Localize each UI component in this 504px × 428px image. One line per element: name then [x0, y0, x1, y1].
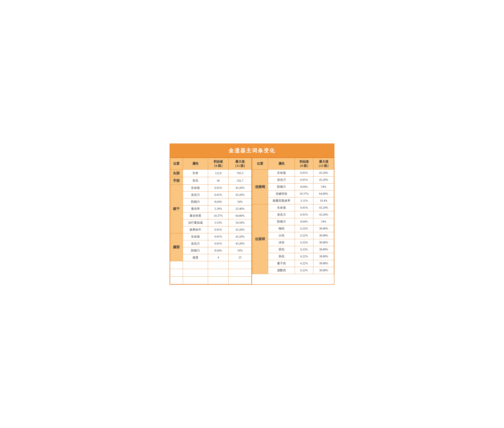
- init-val-cell: 6.22%: [295, 253, 313, 260]
- init-val-cell: 5.53%: [208, 219, 229, 226]
- init-val-cell: 5.18%: [208, 205, 229, 212]
- left-col-position: 位置: [170, 158, 183, 169]
- left-col-init: 初始值（0 级）: [208, 158, 229, 169]
- attr-cell: 生命: [183, 169, 208, 177]
- attr-cell: 防御力: [268, 218, 295, 225]
- max-val-cell: 54%: [313, 218, 334, 225]
- init-val-cell: 8.64%: [295, 218, 313, 225]
- attr-cell: 暴击率: [183, 205, 208, 212]
- empty-row: [170, 269, 252, 276]
- attr-cell: 生命值: [268, 169, 295, 176]
- right-col-position: 位置: [252, 158, 268, 169]
- main-container: 金遗器主词条变化 位置 属性 初始值（0 级） 最大值（15 级） 头部生命11…: [170, 144, 334, 285]
- attr-cell: 火伤: [268, 232, 295, 239]
- page-title: 金遗器主词条变化: [170, 144, 334, 157]
- left-table: 位置 属性 初始值（0 级） 最大值（15 级） 头部生命112.8705.5手…: [170, 158, 252, 284]
- attr-cell: 生命值: [183, 184, 208, 191]
- max-val-cell: 64.80%: [313, 190, 334, 197]
- table-row: 位面球生命值6.91%43.20%: [252, 204, 334, 211]
- max-val-cell: 43.20%: [313, 169, 334, 176]
- init-val-cell: 6.91%: [295, 211, 313, 218]
- attr-cell: 攻击力: [268, 211, 295, 218]
- position-cell: 头部: [170, 169, 183, 177]
- init-val-cell: 6.22%: [295, 267, 313, 274]
- max-val-cell: 54%: [313, 183, 334, 190]
- position-cell: 位面球: [252, 204, 268, 274]
- position-cell: 躯干: [170, 184, 183, 233]
- init-val-cell: 6.91%: [208, 226, 229, 233]
- table-row: 躯干生命值6.91%43.20%: [170, 184, 252, 191]
- attr-cell: 虚数伤: [268, 267, 295, 274]
- init-val-cell: 6.91%: [208, 191, 229, 198]
- max-val-cell: 38.88%: [313, 267, 334, 274]
- max-val-cell: 43.20%: [229, 184, 252, 191]
- left-col-attr: 属性: [183, 158, 208, 169]
- init-val-cell: 6.91%: [295, 176, 313, 183]
- max-val-cell: 38.88%: [313, 253, 334, 260]
- max-val-cell: 32.40%: [229, 205, 252, 212]
- max-val-cell: 43.20%: [229, 226, 252, 233]
- attr-cell: 生命值: [183, 233, 208, 240]
- init-val-cell: 56: [208, 177, 229, 184]
- init-val-cell: 10.37%: [295, 190, 313, 197]
- table-row: 连接绳生命值6.91%43.20%: [252, 169, 334, 176]
- init-val-cell: 6.22%: [295, 239, 313, 246]
- init-val-cell: 6.22%: [295, 246, 313, 253]
- attr-cell: 物伤: [268, 225, 295, 232]
- attr-cell: 风伤: [268, 253, 295, 260]
- empty-row: [170, 261, 252, 269]
- right-col-max: 最大值（15 级）: [313, 158, 334, 169]
- position-cell: 连接绳: [252, 169, 268, 204]
- init-val-cell: 6.91%: [208, 233, 229, 240]
- attr-cell: 暴击伤害: [183, 212, 208, 219]
- max-val-cell: 38.88%: [313, 239, 334, 246]
- init-val-cell: 3.11%: [295, 197, 313, 204]
- init-val-cell: 8.64%: [295, 183, 313, 190]
- attr-cell: 防御力: [268, 183, 295, 190]
- max-val-cell: 43.20%: [313, 176, 334, 183]
- attr-cell: 能量回复效率: [268, 197, 295, 204]
- max-val-cell: 38.88%: [313, 260, 334, 267]
- left-col-max: 最大值（15 级）: [229, 158, 252, 169]
- init-val-cell: 6.91%: [208, 184, 229, 191]
- init-val-cell: 8.64%: [208, 247, 229, 254]
- init-val-cell: 4: [208, 254, 229, 261]
- table-row: 头部生命112.8705.5: [170, 169, 252, 177]
- attr-cell: 速度: [183, 254, 208, 261]
- init-val-cell: 8.64%: [208, 198, 229, 205]
- init-val-cell: 6.91%: [295, 169, 313, 176]
- attr-cell: 攻击力: [183, 191, 208, 198]
- max-val-cell: 25: [229, 254, 252, 261]
- position-cell: 腿部: [170, 233, 183, 261]
- init-val-cell: 112.8: [208, 169, 229, 177]
- attr-cell: 效果命中: [183, 226, 208, 233]
- max-val-cell: 43.20%: [229, 240, 252, 247]
- init-val-cell: 10.37%: [208, 212, 229, 219]
- max-val-cell: 43.20%: [313, 204, 334, 211]
- table-row: 腿部生命值6.91%43.20%: [170, 233, 252, 240]
- empty-row: [170, 276, 252, 284]
- max-val-cell: 38.88%: [313, 246, 334, 253]
- attr-cell: 击破特攻: [268, 190, 295, 197]
- max-val-cell: 19.4%: [313, 197, 334, 204]
- content-area: 位置 属性 初始值（0 级） 最大值（15 级） 头部生命112.8705.5手…: [170, 157, 334, 284]
- attr-cell: 治疗量加成: [183, 219, 208, 226]
- right-header-row: 位置 属性 初始值（0 级） 最大值（15 级）: [252, 158, 334, 169]
- right-col-attr: 属性: [268, 158, 295, 169]
- attr-cell: 攻击: [183, 177, 208, 184]
- max-val-cell: 43.20%: [229, 191, 252, 198]
- attr-cell: 量子伤: [268, 260, 295, 267]
- attr-cell: 防御力: [183, 198, 208, 205]
- right-table: 位置 属性 初始值（0 级） 最大值（15 级） 连接绳生命值6.91%43.2…: [252, 158, 334, 284]
- attr-cell: 冰伤: [268, 239, 295, 246]
- attr-cell: 雷伤: [268, 246, 295, 253]
- max-val-cell: 54%: [229, 198, 252, 205]
- max-val-cell: 43.20%: [229, 233, 252, 240]
- init-val-cell: 6.22%: [295, 232, 313, 239]
- attr-cell: 防御力: [183, 247, 208, 254]
- left-header-row: 位置 属性 初始值（0 级） 最大值（15 级）: [170, 158, 252, 169]
- max-val-cell: 34.56%: [229, 219, 252, 226]
- attr-cell: 攻击力: [268, 176, 295, 183]
- init-val-cell: 6.22%: [295, 225, 313, 232]
- max-val-cell: 38.88%: [313, 232, 334, 239]
